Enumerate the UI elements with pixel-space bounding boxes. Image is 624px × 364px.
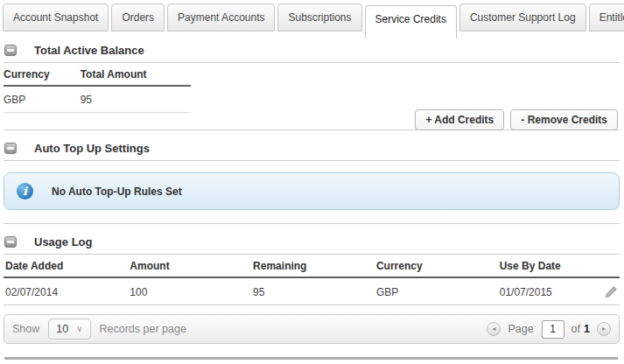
usage-log-header: Usage Log xyxy=(4,224,620,255)
balance-table: Currency Total Amount GBP 95 xyxy=(4,63,191,113)
usage-remaining: 95 xyxy=(253,277,376,305)
column-header-amount: Amount xyxy=(130,255,253,277)
section-title: Usage Log xyxy=(34,235,92,248)
tab-entitlements[interactable]: Entitlements xyxy=(589,4,624,32)
tab-orders[interactable]: Orders xyxy=(111,4,165,32)
usage-currency: GBP xyxy=(376,277,500,305)
edit-icon[interactable] xyxy=(605,285,618,298)
usage-date-added: 02/07/2014 xyxy=(4,277,130,305)
info-message: No Auto Top-Up Rules Set xyxy=(52,186,182,198)
column-header-total-amount: Total Amount xyxy=(81,63,191,86)
section-title: Auto Top Up Settings xyxy=(34,142,150,155)
page-number-input[interactable] xyxy=(542,320,564,339)
no-rules-info-banner: i No Auto Top-Up Rules Set xyxy=(4,172,620,210)
balance-amount-value: 95 xyxy=(81,86,191,113)
column-header-use-by-date: Use By Date xyxy=(500,255,620,277)
previous-page-button[interactable]: ◂ xyxy=(487,322,501,336)
minus-glyph xyxy=(7,49,14,52)
of-label: of xyxy=(571,323,580,335)
collapse-icon[interactable] xyxy=(4,143,17,154)
pagination-bar: Show 10 ∨ Records per page ◂ Page of 1 ▸ xyxy=(4,314,620,344)
credits-button-group: + Add Credits - Remove Credits xyxy=(415,109,618,130)
minus-glyph xyxy=(7,241,14,243)
usage-log-table: Date Added Amount Remaining Currency Use… xyxy=(4,255,620,305)
remove-credits-button[interactable]: - Remove Credits xyxy=(510,109,618,130)
minus-glyph xyxy=(7,147,14,150)
tab-account-snapshot[interactable]: Account Snapshot xyxy=(3,4,109,32)
show-label: Show xyxy=(12,323,39,335)
usage-log-header-row: Date Added Amount Remaining Currency Use… xyxy=(4,255,620,277)
records-per-page-label: Records per page xyxy=(100,323,186,335)
total-pages-value: 1 xyxy=(584,323,590,335)
table-row: 02/07/2014 100 95 GBP 01/07/2015 xyxy=(4,277,620,305)
column-header-currency: Currency xyxy=(4,63,81,86)
column-header-date-added: Date Added xyxy=(4,255,130,277)
usage-amount: 100 xyxy=(130,277,253,305)
table-row: GBP 95 xyxy=(4,86,191,113)
chevron-down-icon: ∨ xyxy=(76,325,82,333)
auto-top-up-header: Auto Top Up Settings xyxy=(4,130,620,161)
info-icon: i xyxy=(17,183,33,200)
left-arrow-icon: ◂ xyxy=(492,326,495,332)
total-active-balance-header: Total Active Balance xyxy=(4,44,620,63)
page-label: Page xyxy=(508,323,533,335)
right-arrow-icon: ▸ xyxy=(602,326,606,332)
tab-content: Total Active Balance Currency Total Amou… xyxy=(0,32,624,360)
next-page-button[interactable]: ▸ xyxy=(597,322,611,336)
records-per-page-control: Show 10 ∨ Records per page xyxy=(12,318,186,340)
usage-use-by-date: 01/07/2015 xyxy=(500,286,552,298)
service-credits-screen: Account Snapshot Orders Payment Accounts… xyxy=(0,0,624,364)
bottom-divider xyxy=(4,357,618,360)
add-credits-button[interactable]: + Add Credits xyxy=(415,109,504,130)
tab-bar: Account Snapshot Orders Payment Accounts… xyxy=(0,0,624,32)
collapse-icon[interactable] xyxy=(4,45,17,56)
column-header-remaining: Remaining xyxy=(253,255,376,277)
collapse-icon[interactable] xyxy=(4,236,17,248)
balance-table-header-row: Currency Total Amount xyxy=(4,63,191,86)
use-by-date-cell: 01/07/2015 xyxy=(500,285,620,298)
tab-customer-support-log[interactable]: Customer Support Log xyxy=(459,4,586,32)
page-size-value: 10 xyxy=(56,323,68,335)
page-navigation: ◂ Page of 1 ▸ xyxy=(487,320,611,339)
tab-payment-accounts[interactable]: Payment Accounts xyxy=(167,4,275,32)
tab-service-credits[interactable]: Service Credits xyxy=(365,5,457,38)
column-header-currency: Currency xyxy=(376,255,500,277)
tab-subscriptions[interactable]: Subscriptions xyxy=(277,4,361,32)
section-title: Total Active Balance xyxy=(34,44,144,57)
balance-currency-value: GBP xyxy=(4,86,81,113)
records-per-page-select[interactable]: 10 ∨ xyxy=(48,318,90,340)
